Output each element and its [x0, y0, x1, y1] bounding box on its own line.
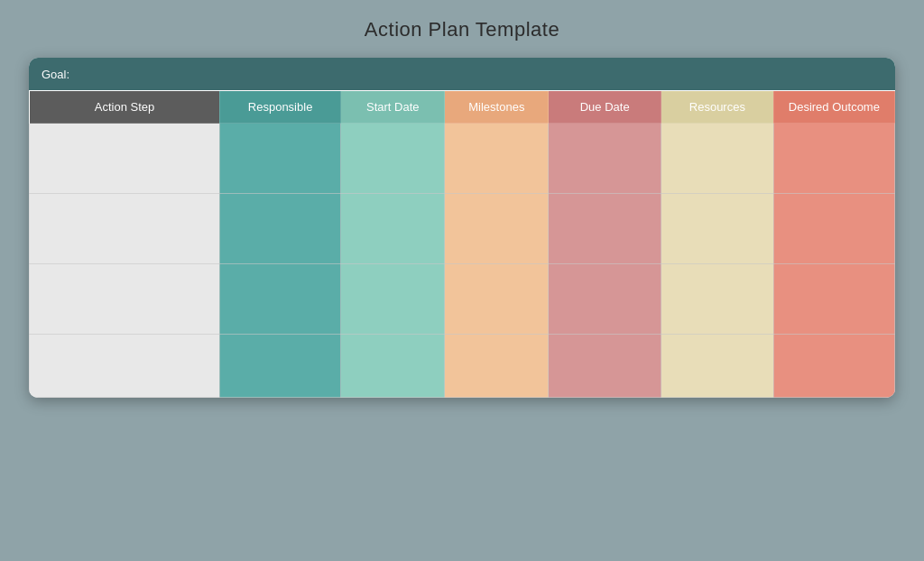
cell-responsible-row4[interactable] — [219, 335, 340, 398]
cell-desired-row4[interactable] — [773, 335, 894, 398]
table-row — [30, 264, 895, 335]
page-title: Action Plan Template — [365, 18, 559, 41]
cell-resources-row2[interactable] — [661, 194, 774, 264]
cell-start-date-row3[interactable] — [341, 264, 445, 335]
cell-milestones-row1[interactable] — [445, 124, 549, 194]
cell-start-date-row2[interactable] — [341, 194, 445, 264]
cell-action-step-row4[interactable] — [30, 335, 220, 398]
cell-action-step-row1[interactable] — [30, 124, 220, 194]
table-header-row: Action StepResponsibleStart DateMileston… — [30, 91, 895, 124]
cell-resources-row1[interactable] — [661, 124, 774, 194]
table-row — [30, 194, 895, 264]
cell-due-date-row2[interactable] — [549, 194, 661, 264]
goal-row: Goal: — [29, 58, 895, 90]
table-row — [30, 335, 895, 398]
cell-responsible-row2[interactable] — [219, 194, 340, 264]
table-row — [30, 124, 895, 194]
cell-due-date-row1[interactable] — [549, 124, 661, 194]
header-start-date: Start Date — [341, 91, 445, 124]
page-wrapper: Action Plan Template Goal: Action StepRe… — [0, 0, 924, 561]
header-resources: Resources — [661, 91, 774, 124]
header-responsible: Responsible — [219, 91, 340, 124]
cell-action-step-row2[interactable] — [30, 194, 220, 264]
header-desired: Desired Outcome — [773, 91, 894, 124]
cell-desired-row1[interactable] — [773, 124, 894, 194]
cell-desired-row2[interactable] — [773, 194, 894, 264]
cell-start-date-row1[interactable] — [341, 124, 445, 194]
action-table: Action StepResponsibleStart DateMileston… — [29, 90, 895, 398]
header-due-date: Due Date — [549, 91, 661, 124]
table-container: Goal: Action StepResponsibleStart DateMi… — [29, 58, 895, 398]
cell-resources-row3[interactable] — [661, 264, 774, 335]
cell-desired-row3[interactable] — [773, 264, 894, 335]
cell-milestones-row2[interactable] — [445, 194, 549, 264]
cell-due-date-row4[interactable] — [549, 335, 661, 398]
cell-milestones-row4[interactable] — [445, 335, 549, 398]
cell-due-date-row3[interactable] — [549, 264, 661, 335]
cell-action-step-row3[interactable] — [30, 264, 220, 335]
cell-responsible-row3[interactable] — [219, 264, 340, 335]
table-body — [30, 124, 895, 398]
cell-responsible-row1[interactable] — [219, 124, 340, 194]
goal-label: Goal: — [42, 68, 69, 81]
cell-resources-row4[interactable] — [661, 335, 774, 398]
header-milestones: Milestones — [445, 91, 549, 124]
cell-milestones-row3[interactable] — [445, 264, 549, 335]
cell-start-date-row4[interactable] — [341, 335, 445, 398]
header-action-step: Action Step — [30, 91, 220, 124]
